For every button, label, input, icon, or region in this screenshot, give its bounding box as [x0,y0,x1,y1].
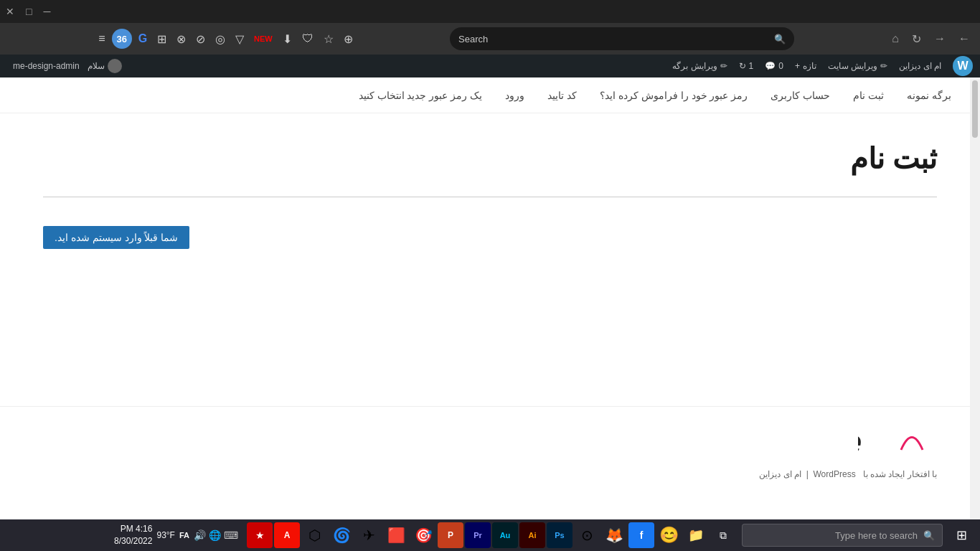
wp-logo[interactable]: W [953,56,973,76]
taskbar-app-telegram[interactable]: ✈ [356,522,382,548]
footer-site-link: ام ای دیزاین [759,469,801,479]
puzzle-icon[interactable]: ⊞ [154,29,170,49]
app-icon2[interactable]: ⊗ [173,29,189,49]
taskbar-app-5[interactable]: 🌀 [329,522,354,548]
refresh-button[interactable]: ↻ [908,29,925,49]
search-icon: 🔍 [774,34,786,44]
taskbar-app-4[interactable]: 🟥 [383,522,409,548]
system-tray: ⌨ 🌐 🔊 [194,529,238,541]
nav-item-account[interactable]: حساب کاربری [771,90,830,101]
forward-button[interactable]: → [930,29,950,48]
admin-bar-comments[interactable]: 0 💬 [759,55,789,77]
feather-icon[interactable]: ▽ [232,29,248,49]
edit-site-label: ویرایش سایت [828,61,877,71]
browser-toolbar: ← → ↻ ⌂ 🔍 ⊕ ☆ 🛡 ⬇ NEW ▽ ◎ ⊘ ⊗ ⊞ G 36 ≡ [0,23,980,55]
taze-label: تازه [803,61,816,71]
taskbar-app-ppt[interactable]: P [438,522,463,548]
system-clock[interactable]: 4:16 PM 8/30/2022 [114,523,152,547]
menu-button[interactable]: ≡ [95,29,108,48]
nav-item-forgot-password[interactable]: رمز عبور خود را فراموش کرده اید؟ [600,90,748,101]
nav-item-verify-code[interactable]: کد تایید [547,90,577,101]
search-icon: 🔍 [923,530,935,541]
footer-logo: me [858,421,937,461]
start-button[interactable]: ⊞ [946,519,977,551]
maximize-button[interactable]: □ [26,6,32,17]
nav-item-new-password[interactable]: یک رمز عبور جدید انتخاب کنید [359,90,482,101]
taskbar-app-firefox[interactable]: 🦊 [601,522,627,548]
comments-count: 0 [778,61,783,71]
taskbar-right: ⌨ 🌐 🔊 FA 93°F 4:16 PM 8/30/2022 [108,523,244,547]
taskbar-apps: ⧉ 📁 😊 f 🦊 ⊙ Ps Ai Au Pr P 🎯 🟥 ✈ 🌀 ⬡ A ★ [247,522,736,548]
close-button[interactable]: ✕ [6,6,14,17]
taskbar-app-ps[interactable]: Ps [547,522,573,548]
greeting-label: سلام [88,61,105,71]
taskbar-app-6[interactable]: ⬡ [301,522,327,548]
network-icon: 🌐 [209,529,221,541]
wp-admin-bar: W ام ای دیزاین ✏ ویرایش سایت تازه + 0 💬 … [0,55,980,77]
profile-avatar[interactable]: 36 [112,29,132,49]
minimize-button[interactable]: ─ [43,6,50,17]
admin-bar-edit-page[interactable]: ✏ ویرایش برگه [666,55,732,77]
already-logged-in-button[interactable]: شما قبلاً وارد سیستم شده اید. [43,226,189,249]
site-label: me-design-admin [13,61,80,71]
user-avatar [108,59,122,73]
site-navigation: برگه نمونه ثبت نام حساب کاربری رمز عبور … [0,77,980,113]
language-indicator[interactable]: FA [179,531,189,540]
nav-item-sample-page[interactable]: برگه نمونه [907,90,951,101]
toolbar-icons: ⊕ ☆ 🛡 ⬇ NEW ▽ ◎ ⊘ ⊗ ⊞ G 36 ≡ [95,29,356,49]
admin-bar-new[interactable]: تازه + [789,55,822,77]
taskbar-app-ai[interactable]: Ai [519,522,545,548]
taskbar-app-7[interactable]: ★ [247,522,273,548]
search-input[interactable] [458,34,768,44]
wp-logo-text: W [957,60,968,72]
footer-text: با افتخار ایجاد شده با WordPress | ام ای… [43,469,937,479]
taskbar-search-placeholder: Type here to search [835,530,918,541]
scroll-thumb[interactable] [972,80,978,138]
site-name-label: ام ای دیزاین [899,61,941,71]
scrollbar[interactable] [970,77,980,519]
bookmark-button[interactable]: ☆ [320,29,337,49]
logged-in-section: شما قبلاً وارد سیستم شده اید. [43,226,937,249]
live-icon[interactable]: ◎ [212,29,229,49]
admin-bar-left: سلام me-design-admin [7,55,128,77]
taskbar-app-3[interactable]: 🎯 [410,522,436,548]
extensions-button[interactable]: ⊕ [340,29,357,49]
footer-created-label: با افتخار ایجاد شده با [863,469,937,479]
titlebar-controls: ─ □ ✕ [6,6,50,17]
nav-item-register[interactable]: ثبت نام [853,90,884,101]
new-badge[interactable]: NEW [250,32,276,46]
site-footer: me با افتخار ایجاد شده با WordPress | ام… [0,406,980,494]
taskbar-app-au[interactable]: Au [492,522,518,548]
edit-page-label: ویرایش برگه [672,61,717,71]
clock-date: 8/30/2022 [114,535,152,547]
volume-icon: 🔊 [194,529,206,541]
divider [43,197,937,197]
taskbar-app-explorer[interactable]: 📁 [683,522,709,548]
download-button[interactable]: ⬇ [279,29,296,49]
keyboard-icon: ⌨ [224,529,238,541]
admin-bar-updates[interactable]: 1 ↻ [733,55,760,77]
taskbar-app-chrome[interactable]: ⊙ [574,522,600,548]
g-icon[interactable]: G [135,29,151,48]
back-button[interactable]: ← [954,29,974,48]
taskbar-app-2[interactable]: f [628,522,654,548]
svg-text:me: me [858,423,862,461]
nav-item-login[interactable]: ورود [505,90,524,101]
taskbar-app-pr[interactable]: Pr [465,522,491,548]
taskbar-app-1[interactable]: 😊 [656,522,682,548]
shield-icon[interactable]: 🛡 [298,29,317,48]
comment-icon: 💬 [765,61,776,71]
home-button[interactable]: ⌂ [887,29,903,48]
clock-time: 4:16 PM [114,523,152,535]
updates-icon: ↻ [739,61,746,71]
page-title: ثبت نام [43,142,937,175]
app-icon1[interactable]: ⊘ [192,29,209,49]
taskbar-app-taskview[interactable]: ⧉ [710,522,736,548]
address-bar[interactable]: 🔍 [450,27,794,50]
admin-bar-edit-site[interactable]: ✏ ویرایش سایت [822,55,893,77]
admin-bar-site-name[interactable]: ام ای دیزاین [893,55,947,77]
taskbar-search-box[interactable]: 🔍 Type here to search [742,524,943,547]
admin-bar-user[interactable]: سلام me-design-admin [7,55,128,77]
admin-bar-right: ام ای دیزاین ✏ ویرایش سایت تازه + 0 💬 1 … [666,55,947,77]
taskbar-app-acrobat[interactable]: A [274,522,300,548]
